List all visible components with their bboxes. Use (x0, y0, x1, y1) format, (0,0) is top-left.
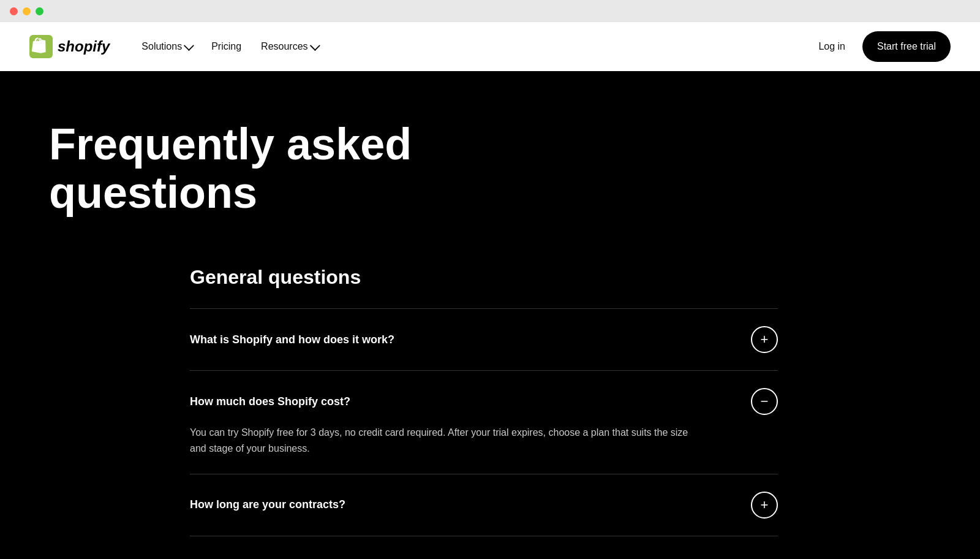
nav-link-resources-label: Resources (261, 41, 307, 52)
close-button[interactable] (10, 7, 18, 15)
navbar: shopify Solutions Pricing Resources Log … (0, 22, 980, 71)
faq-toggle-2[interactable]: − (751, 388, 778, 415)
login-link[interactable]: Log in (811, 36, 853, 57)
faq-question-row-2[interactable]: How much does Shopify cost? − (190, 388, 778, 415)
logo-text: shopify (58, 38, 110, 55)
faq-toggle-1[interactable]: + (751, 326, 778, 353)
chevron-down-icon (184, 40, 194, 51)
navbar-left: shopify Solutions Pricing Resources (29, 35, 325, 58)
navbar-right: Log in Start free trial (811, 31, 951, 62)
logo[interactable]: shopify (29, 35, 110, 58)
faq-question-3: How long are your contracts? (190, 498, 751, 511)
faq-toggle-3[interactable]: + (751, 492, 778, 519)
faq-question-2: How much does Shopify cost? (190, 395, 751, 408)
faq-list: What is Shopify and how does it work? + … (190, 308, 778, 536)
faq-item-1: What is Shopify and how does it work? + (190, 308, 778, 370)
faq-question-row-3[interactable]: How long are your contracts? + (190, 492, 778, 519)
faq-section: General questions What is Shopify and ho… (190, 266, 778, 536)
nav-link-solutions[interactable]: Solutions (134, 36, 199, 57)
page-title: Frequently asked questions (49, 120, 600, 217)
nav-link-resources[interactable]: Resources (254, 36, 325, 57)
nav-links: Solutions Pricing Resources (134, 36, 325, 57)
start-trial-button[interactable]: Start free trial (862, 31, 951, 62)
faq-item-3: How long are your contracts? + (190, 474, 778, 536)
minimize-button[interactable] (23, 7, 31, 15)
faq-answer-2: You can try Shopify free for 3 days, no … (190, 425, 692, 456)
maximize-button[interactable] (36, 7, 43, 15)
plus-icon: + (758, 333, 771, 346)
nav-link-pricing[interactable]: Pricing (204, 36, 249, 57)
faq-question-row-1[interactable]: What is Shopify and how does it work? + (190, 326, 778, 353)
faq-question-1: What is Shopify and how does it work? (190, 333, 751, 346)
section-title: General questions (190, 266, 778, 289)
main-content: Frequently asked questions General quest… (0, 71, 980, 559)
faq-item-2: How much does Shopify cost? − You can tr… (190, 370, 778, 473)
minus-icon: − (758, 395, 771, 408)
nav-link-solutions-label: Solutions (141, 41, 182, 52)
window-chrome (0, 0, 980, 22)
nav-link-pricing-label: Pricing (211, 41, 241, 52)
plus-icon: + (758, 499, 771, 511)
shopify-logo-icon (29, 35, 53, 58)
chevron-down-icon (309, 40, 320, 51)
